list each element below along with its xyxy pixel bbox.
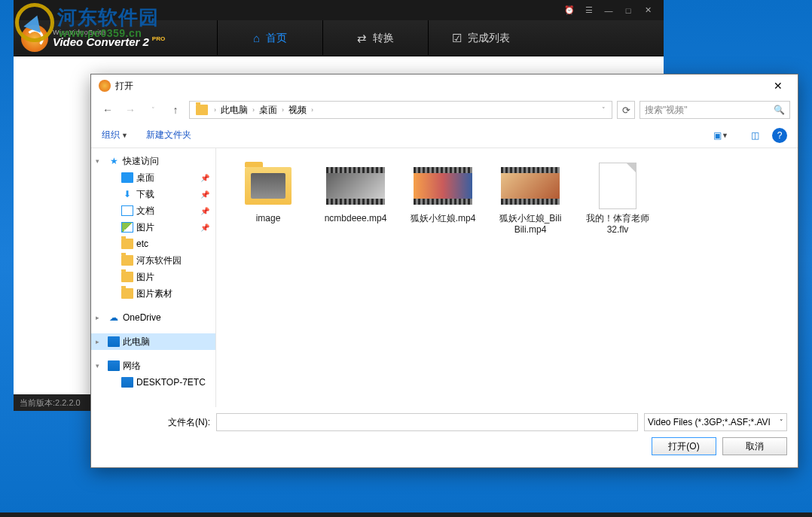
desktop-icon: [121, 172, 133, 183]
nav-forward-button[interactable]: →: [121, 101, 139, 119]
cancel-button[interactable]: 取消: [722, 437, 787, 455]
convert-icon: ⇄: [357, 32, 367, 45]
sidebar-item-pictures[interactable]: 图片📌: [91, 219, 215, 236]
file-item[interactable]: 狐妖小红娘.mp4: [406, 159, 480, 239]
taskbar: [0, 512, 812, 517]
folder-icon: [239, 162, 298, 210]
tab-home[interactable]: ⌂首页: [217, 20, 322, 56]
breadcrumb[interactable]: › 此电脑 › 桌面 › 视频 › ˅: [189, 101, 612, 119]
dialog-toolbar: 组织 ▼ 新建文件夹 ▣ ▼ ◫ ?: [91, 123, 798, 148]
logo-title: Video Converter 2PRO: [53, 36, 165, 47]
alarm-icon[interactable]: ⏰: [560, 4, 579, 17]
sidebar-item-etc[interactable]: etc: [91, 236, 215, 252]
check-icon: ☑: [452, 32, 462, 45]
video-thumb-icon: [326, 162, 385, 210]
minimize-button[interactable]: —: [599, 4, 618, 17]
cloud-icon: ☁: [108, 312, 120, 323]
document-icon: [121, 205, 133, 216]
file-type-filter[interactable]: Video Files (*.3GP;*.ASF;*.AVI˅: [644, 413, 787, 431]
breadcrumb-seg-1[interactable]: 桌面: [256, 104, 280, 117]
sidebar-item-this-pc[interactable]: ▸此电脑: [91, 333, 215, 350]
preview-pane-button[interactable]: ◫: [742, 127, 768, 144]
sidebar-item-network[interactable]: ▾网络: [91, 357, 215, 374]
pin-icon: 📌: [200, 190, 209, 199]
video-thumb-icon: [414, 162, 472, 210]
file-icon: [588, 162, 647, 210]
dialog-title: 打开: [115, 80, 133, 93]
app-logo: WiseVideoSuite Video Converter 2PRO: [14, 25, 217, 52]
version-label: 当前版本:2.2.2.0: [20, 397, 81, 409]
sidebar-item-desktop[interactable]: 桌面📌: [91, 169, 215, 186]
sidebar-item-downloads[interactable]: ⬇下载📌: [91, 186, 215, 202]
folder-icon: [121, 255, 133, 266]
open-button[interactable]: 打开(O): [652, 437, 716, 455]
search-input[interactable]: 搜索"视频" 🔍: [640, 101, 790, 119]
breadcrumb-seg-2[interactable]: 视频: [285, 104, 310, 117]
sidebar-item-hedong[interactable]: 河东软件园: [91, 252, 215, 269]
dialog-close-button[interactable]: ✕: [763, 78, 793, 94]
app-header: WiseVideoSuite Video Converter 2PRO ⌂首页 …: [14, 20, 664, 56]
maximize-button[interactable]: □: [618, 4, 638, 17]
star-icon: ★: [108, 156, 120, 166]
file-open-dialog: 打开 ✕ ← → ˅ ↑ › 此电脑 › 桌面 › 视频 › ˅ ⟳ 搜索"视频…: [90, 74, 798, 468]
new-folder-button[interactable]: 新建文件夹: [146, 129, 191, 141]
folder-icon: [121, 272, 133, 282]
breadcrumb-seg-0[interactable]: 此电脑: [218, 104, 251, 117]
filename-input[interactable]: [216, 413, 638, 431]
file-item[interactable]: ncmbdeee.mp4: [319, 159, 392, 239]
file-label: ncmbdeee.mp4: [325, 213, 387, 224]
sidebar-item-onedrive[interactable]: ▸☁OneDrive: [91, 309, 215, 326]
nav-tabs: ⌂首页 ⇄转换 ☑完成列表: [217, 20, 533, 56]
file-label: 狐妖小红娘_BiliBili.mp4: [496, 213, 564, 236]
tab-done[interactable]: ☑完成列表: [428, 20, 533, 56]
help-button[interactable]: ?: [772, 128, 787, 143]
tab-convert[interactable]: ⇄转换: [322, 20, 428, 56]
search-icon: 🔍: [774, 105, 785, 115]
logo-icon: [21, 25, 48, 52]
file-label: image: [256, 213, 281, 224]
download-icon: ⬇: [121, 189, 133, 199]
nav-recent-dropdown[interactable]: ˅: [144, 101, 162, 119]
file-item[interactable]: 狐妖小红娘_BiliBili.mp4: [493, 159, 567, 239]
home-icon: ⌂: [253, 32, 260, 44]
dialog-main: ▾★快速访问 桌面📌 ⬇下载📌 文档📌 图片📌 etc 河东软件园 图片 图片素…: [91, 148, 798, 407]
view-mode-button[interactable]: ▣ ▼: [704, 127, 737, 144]
nav-up-button[interactable]: ↑: [166, 101, 185, 119]
settings-icon[interactable]: ☰: [579, 4, 599, 17]
close-button[interactable]: ✕: [638, 4, 658, 17]
app-titlebar: ⏰ ☰ — □ ✕: [14, 0, 664, 20]
picture-icon: ▣: [713, 130, 722, 141]
file-list: imagencmbdeee.mp4狐妖小红娘.mp4狐妖小红娘_BiliBili…: [216, 148, 798, 407]
sidebar-item-pictures2[interactable]: 图片: [91, 269, 215, 285]
nav-back-button[interactable]: ←: [99, 101, 117, 119]
file-label: 狐妖小红娘.mp4: [411, 213, 476, 224]
folder-icon: [121, 239, 133, 249]
dialog-titlebar: 打开 ✕: [91, 75, 798, 97]
folder-icon: [196, 105, 208, 115]
breadcrumb-dropdown[interactable]: ˅: [602, 106, 606, 114]
pin-icon: 📌: [200, 174, 209, 182]
pc-icon: [108, 336, 120, 347]
sidebar-item-pics-material[interactable]: 图片素材: [91, 285, 215, 302]
network-icon: [108, 360, 120, 371]
sidebar-item-documents[interactable]: 文档📌: [91, 202, 215, 219]
dialog-bottom: 文件名(N): Video Files (*.3GP;*.ASF;*.AVI˅ …: [91, 407, 798, 461]
panel-icon: ◫: [751, 130, 759, 141]
pin-icon: 📌: [200, 207, 209, 215]
dialog-icon: [99, 80, 111, 92]
refresh-button[interactable]: ⟳: [617, 101, 635, 119]
folder-icon: [121, 288, 133, 299]
sidebar-item-desktop-pc[interactable]: DESKTOP-7ETC: [91, 374, 215, 391]
sidebar: ▾★快速访问 桌面📌 ⬇下载📌 文档📌 图片📌 etc 河东软件园 图片 图片素…: [91, 148, 216, 407]
picture-icon: [121, 222, 133, 233]
filename-label: 文件名(N):: [168, 416, 210, 429]
file-item[interactable]: 我的！体育老师32.flv: [581, 159, 655, 239]
sidebar-item-quick-access[interactable]: ▾★快速访问: [91, 153, 215, 169]
video-thumb-icon: [501, 162, 560, 210]
dialog-navbar: ← → ˅ ↑ › 此电脑 › 桌面 › 视频 › ˅ ⟳ 搜索"视频" 🔍: [91, 97, 798, 123]
organize-button[interactable]: 组织 ▼: [102, 129, 128, 141]
pin-icon: 📌: [200, 224, 209, 232]
pc-icon: [121, 377, 133, 388]
file-label: 我的！体育老师32.flv: [584, 213, 652, 236]
file-item[interactable]: image: [231, 159, 305, 239]
